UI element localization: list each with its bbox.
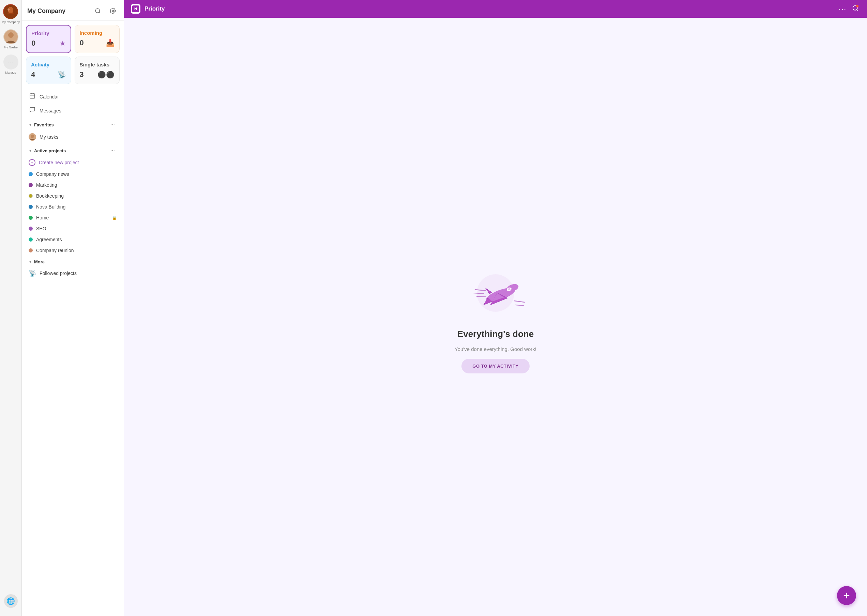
nozbe-avatar[interactable]: My Nozbe (3, 29, 19, 49)
project-name: Nova Building (36, 204, 117, 209)
project-name: Agreements (36, 237, 117, 242)
cards-grid: Priority 0 ★ Incoming 0 📥 Activity 4 (26, 25, 120, 84)
project-bookkeeping[interactable]: Bookkeeping (26, 190, 120, 201)
nozbe-label: My Nozbe (4, 46, 18, 49)
svg-point-14 (856, 5, 859, 7)
airplane-illustration (465, 261, 526, 322)
my-tasks-item[interactable]: My tasks (26, 130, 120, 143)
active-projects-more-button[interactable]: ··· (109, 147, 117, 154)
project-name: Bookkeeping (36, 193, 117, 199)
svg-point-2 (8, 8, 9, 11)
top-bar-right (851, 3, 860, 15)
activity-count: 4 (31, 70, 35, 79)
create-plus-icon: + (28, 159, 35, 166)
favorites-section-header[interactable]: ▼ Favorites ··· (26, 118, 120, 130)
priority-star-icon: ★ (60, 39, 66, 47)
main-content: N Priority ··· (124, 0, 867, 616)
svg-rect-7 (30, 94, 35, 99)
project-nova-building[interactable]: Nova Building (26, 201, 120, 212)
top-bar-search-button[interactable] (851, 3, 860, 15)
single-tasks-card[interactable]: Single tasks 3 ⚫⚫ (75, 57, 120, 84)
followed-projects-icon: 📡 (28, 269, 36, 277)
single-tasks-bottom: 3 ⚫⚫ (80, 70, 115, 79)
logo-inner: N (132, 5, 139, 12)
manage-label: Manage (5, 71, 16, 74)
svg-line-18 (477, 296, 486, 297)
project-name: Home (36, 215, 108, 220)
company-label: My Company (2, 20, 20, 24)
priority-card-bottom: 0 ★ (31, 39, 66, 48)
incoming-count: 0 (80, 39, 84, 47)
top-bar: N Priority ··· (124, 0, 867, 18)
search-button[interactable] (92, 5, 103, 16)
create-project-label: Create new project (39, 160, 79, 165)
favorites-chevron-icon: ▼ (28, 123, 32, 127)
favorites-title: Favorites (34, 122, 54, 127)
active-projects-header-left: ▼ Active projects (28, 148, 66, 153)
manage-button[interactable]: ··· Manage (3, 55, 19, 74)
project-dot (28, 205, 33, 209)
messages-label: Messages (39, 108, 61, 113)
svg-line-20 (515, 305, 524, 306)
messages-nav-item[interactable]: Messages (26, 104, 120, 118)
fab-add-button[interactable] (837, 586, 856, 605)
project-dot (28, 248, 33, 253)
svg-point-6 (112, 10, 114, 12)
top-bar-more-button[interactable]: ··· (839, 5, 847, 13)
company-avatar[interactable]: My Company (2, 4, 20, 24)
calendar-icon (28, 93, 36, 101)
activity-card[interactable]: Activity 4 📡 (26, 57, 71, 84)
settings-button[interactable] (107, 5, 118, 16)
everything-done-subtitle: You've done everything. Good work! (455, 346, 537, 352)
priority-count: 0 (31, 39, 35, 48)
sidebar-header: My Company (22, 0, 124, 21)
svg-point-12 (31, 135, 34, 138)
project-dot (28, 183, 33, 187)
followed-projects-label: Followed projects (39, 270, 77, 276)
my-tasks-label: My tasks (39, 134, 58, 140)
project-seo[interactable]: SEO (26, 223, 120, 234)
top-bar-title: Priority (145, 5, 835, 12)
activity-card-title: Activity (31, 62, 66, 68)
project-agreements[interactable]: Agreements (26, 234, 120, 245)
create-project-item[interactable]: + Create new project (26, 156, 120, 169)
sidebar: My Company Priority 0 ★ Incoming (22, 0, 124, 616)
more-chevron-icon: ▼ (28, 260, 32, 264)
priority-card-title: Priority (31, 30, 66, 36)
incoming-card-bottom: 0 📥 (80, 39, 115, 47)
calendar-nav-item[interactable]: Calendar (26, 90, 120, 104)
sidebar-title: My Company (27, 8, 65, 15)
activity-card-bottom: 4 📡 (31, 70, 66, 79)
project-lock-icon: 🔒 (112, 216, 117, 220)
icon-bar: My Company My Nozbe ··· Manage 🌐 (0, 0, 22, 616)
incoming-card-title: Incoming (80, 30, 115, 36)
project-company-news[interactable]: Company news (26, 169, 120, 179)
svg-point-5 (95, 8, 99, 13)
incoming-card[interactable]: Incoming 0 📥 (75, 25, 120, 53)
app-logo: N (131, 4, 140, 14)
main-area: Everything's done You've done everything… (124, 18, 867, 616)
project-marketing[interactable]: Marketing (26, 179, 120, 190)
globe-button[interactable]: 🌐 (0, 590, 22, 612)
project-dot (28, 172, 33, 176)
active-projects-section-header[interactable]: ▼ Active projects ··· (26, 143, 120, 156)
everything-done-title: Everything's done (457, 329, 534, 339)
svg-line-19 (514, 301, 524, 302)
active-projects-chevron-icon: ▼ (28, 149, 32, 152)
single-tasks-icon: ⚫⚫ (98, 71, 115, 79)
more-section-header[interactable]: ▼ More (26, 256, 120, 266)
followed-projects-item[interactable]: 📡 Followed projects (26, 266, 120, 280)
favorites-more-button[interactable]: ··· (109, 121, 117, 129)
globe-icon: 🌐 (6, 597, 15, 605)
go-to-activity-button[interactable]: GO TO MY ACTIVITY (461, 359, 529, 373)
project-dot (28, 194, 33, 198)
project-company-reunion[interactable]: Company reunion (26, 245, 120, 256)
activity-rss-icon: 📡 (58, 71, 66, 79)
priority-card[interactable]: Priority 0 ★ (26, 25, 71, 53)
project-dot (28, 237, 33, 242)
project-home[interactable]: Home 🔒 (26, 212, 120, 223)
favorites-header-left: ▼ Favorites (28, 122, 54, 127)
more-title: More (34, 259, 45, 264)
svg-point-4 (8, 32, 14, 38)
project-name: Company reunion (36, 248, 117, 253)
